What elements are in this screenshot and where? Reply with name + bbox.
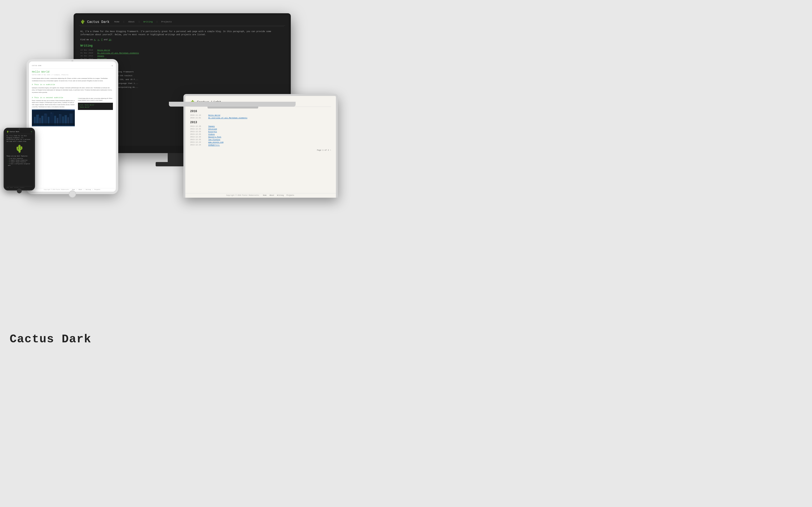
svg-point-17	[51, 113, 51, 113]
phone-home-button[interactable]	[17, 188, 22, 193]
blog-body-2: Quisque at maximus ligula, sed sagittis …	[32, 87, 113, 94]
phone-footer-home[interactable]: Home	[6, 187, 9, 188]
year-2013: 2013	[190, 121, 331, 124]
article-link[interactable]: 日本語テスト	[208, 144, 220, 146]
list-2016: 2016-11-14 Hello World 2016-11-01 An ove…	[190, 114, 331, 119]
light-footer-home[interactable]: Home	[263, 194, 267, 196]
blog-header-bar: CACTUS DARK ≡	[32, 64, 113, 68]
list-item: 2013-12-26 Images	[190, 125, 331, 127]
blog-content: CACTUS DARK ≡ Hello World CACTUS DARK 14…	[29, 61, 116, 192]
writing-item: 26 Dec 2013Images	[80, 55, 284, 57]
list-item: 2016-11-01 An overview of all Markdown e…	[190, 117, 331, 119]
phone: 🌵 Cactus Dark ≡ Hi, I'm a theme for the …	[4, 128, 35, 190]
article-link[interactable]: An overview of all Markdown elements	[208, 117, 247, 119]
blog-post-meta: CACTUS DARK 14 Nov 2016 | # example, #fe…	[32, 74, 113, 76]
phone-logo-text: Cactus Dark	[10, 131, 19, 132]
article-link[interactable]: Excerpts	[208, 131, 217, 132]
light-footer-writing[interactable]: Writing	[277, 194, 284, 196]
writing-heading: Writing	[80, 44, 284, 48]
blog-subtitle-1: # This is a subtitle	[32, 83, 113, 86]
nav-writing-link[interactable]: Writing	[143, 21, 153, 23]
writing-link[interactable]: An overview of all Markdown elements	[97, 52, 139, 54]
facebook-link[interactable]: f	[101, 39, 103, 41]
phone-body: Hi, I'm a theme for the Hexo blogging fr…	[6, 135, 32, 143]
footer-projects-link[interactable]: Projects	[95, 189, 100, 190]
cactus-icon: 🌵	[80, 19, 85, 24]
blog-post-title: Hello World	[32, 70, 113, 73]
blog-subtitle-2: # This is a second subtitle	[32, 97, 75, 99]
code-block: print 'Hello World' "Hello World"	[78, 103, 113, 110]
tablet: CACTUS DARK ≡ Hello World CACTUS DARK 14…	[27, 59, 118, 194]
intro-text: Hi, I'm a theme for the Hexo blogging fr…	[80, 30, 284, 37]
scene: 🌵 Cactus Dark Home | About | Writing | P…	[0, 0, 812, 507]
tablet-home-button[interactable]	[69, 190, 76, 198]
phone-content: 🌵 Cactus Dark ≡ Hi, I'm a theme for the …	[5, 129, 34, 189]
list-item: 2013-12-24 www.google.com	[190, 141, 331, 143]
svg-point-16	[45, 114, 45, 114]
list-item: 2013-12-25 Videos	[190, 133, 331, 135]
footer-writing-link[interactable]: Writing	[86, 189, 91, 190]
list-item: 2016-11-14 Hello World	[190, 114, 331, 116]
laptop-screen: 🌵 Cactus Light Home | About | Writing | …	[185, 96, 336, 198]
phone-cactus-graphic: 🌵	[6, 145, 32, 153]
phone-feature-4: I have a configurable navigation menu	[6, 163, 32, 166]
github-link[interactable]: ⊙	[94, 39, 95, 41]
writing-item: 01 Nov 2016An overview of all Markdown e…	[80, 52, 284, 54]
phone-footer: Home About Writing Projects	[6, 186, 32, 188]
nav-about-link[interactable]: About	[128, 21, 135, 23]
phone-logo: 🌵 Cactus Dark	[6, 131, 19, 133]
phone-menu-icon[interactable]: ≡	[31, 131, 32, 133]
nav-projects-link[interactable]: Projects	[161, 21, 172, 23]
article-link[interactable]: Tag Plugins	[208, 138, 220, 140]
blog-body-3: Donec venenatis dui nunc non accumsan. E…	[32, 100, 75, 108]
hamburger-icon[interactable]: ≡	[111, 64, 113, 67]
writing-link[interactable]: Hello World	[97, 49, 110, 51]
phone-feature-2: I support Disqus integration	[6, 159, 32, 161]
twitter-link[interactable]: ✦	[98, 39, 99, 41]
svg-rect-19	[32, 123, 75, 125]
phone-camera	[18, 128, 20, 130]
blog-city-image	[32, 109, 75, 126]
writing-item: 14 Nov 2016Hello World	[80, 49, 284, 51]
footer-about-link[interactable]: About	[79, 189, 82, 190]
linkedin-link[interactable]: in	[109, 39, 111, 41]
phone-header: 🌵 Cactus Dark ≡	[6, 131, 32, 134]
svg-point-18	[60, 114, 60, 115]
article-link[interactable]: www.google.com	[208, 141, 223, 143]
cactus-light-site: 🌵 Cactus Light Home | About | Writing | …	[185, 96, 336, 198]
blog-site-name: CACTUS DARK	[32, 65, 42, 66]
cactus-dark-label: Cactus Dark	[10, 333, 92, 346]
phone-footer-writing[interactable]: Writing	[14, 187, 18, 188]
blog-post-text: Lorem ipsum dolor sit amet, consectetur …	[32, 77, 113, 82]
site-light-footer: Copyright © 2018 Pieter Robberechts Home…	[185, 193, 336, 196]
svg-point-15	[38, 115, 39, 115]
writing-link[interactable]: Images	[97, 55, 104, 57]
light-footer-about[interactable]: About	[269, 194, 274, 196]
phone-footer-about[interactable]: About	[10, 187, 13, 188]
phone-screen: 🌵 Cactus Dark ≡ Hi, I'm a theme for the …	[5, 129, 34, 189]
list-item: 2013-12-24 日本語テスト	[190, 144, 331, 146]
laptop: 🌵 Cactus Light Home | About | Writing | …	[184, 94, 338, 198]
blog-right-text: # lorem ipsum dolor sit amet, con-sectet…	[78, 95, 113, 102]
phone-feature-1: I am fully responsive	[6, 158, 32, 159]
list-2013: 2013-12-26 Images 2013-12-25 Untitled 20…	[190, 125, 331, 146]
year-2016: 2016	[190, 110, 331, 113]
list-item: 2013-12-25 Gallery Post	[190, 136, 331, 138]
list-item: 2013-12-25 Untitled	[190, 128, 331, 130]
article-link[interactable]: Images	[208, 125, 215, 127]
article-link[interactable]: Videos	[208, 133, 215, 135]
list-item: 2013-12-25 Excerpts	[190, 131, 331, 132]
laptop-base-notch	[207, 107, 258, 109]
phone-footer-projects[interactable]: Projects	[20, 187, 24, 188]
tablet-screen: CACTUS DARK ≡ Hello World CACTUS DARK 14…	[29, 61, 116, 192]
nav-home-link[interactable]: Home	[114, 21, 119, 23]
phone-feature-3: I support Google Analytics	[6, 161, 32, 163]
pagination: Page 1 of 2 ›	[190, 149, 331, 151]
article-link[interactable]: Gallery Post	[208, 136, 221, 138]
phone-features-title: These are my best features:	[6, 155, 32, 157]
site-dark-nav: Home | About | Writing | Projects	[114, 21, 174, 23]
article-link[interactable]: Hello World	[208, 114, 220, 116]
light-footer-projects[interactable]: Projects	[287, 194, 294, 196]
social-text: Find me on ⊙, ✦, f and in.	[80, 38, 284, 42]
article-link[interactable]: Untitled	[208, 128, 217, 130]
